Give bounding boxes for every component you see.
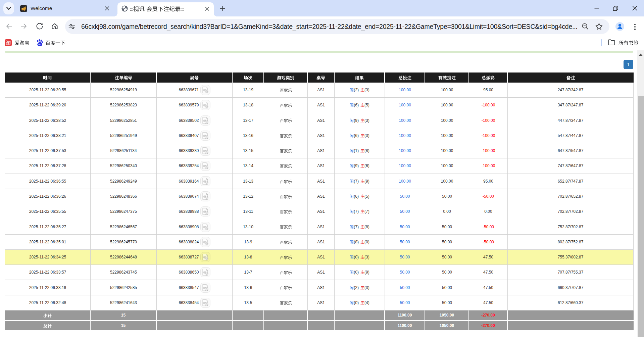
svg-text:du: du [38,43,41,46]
